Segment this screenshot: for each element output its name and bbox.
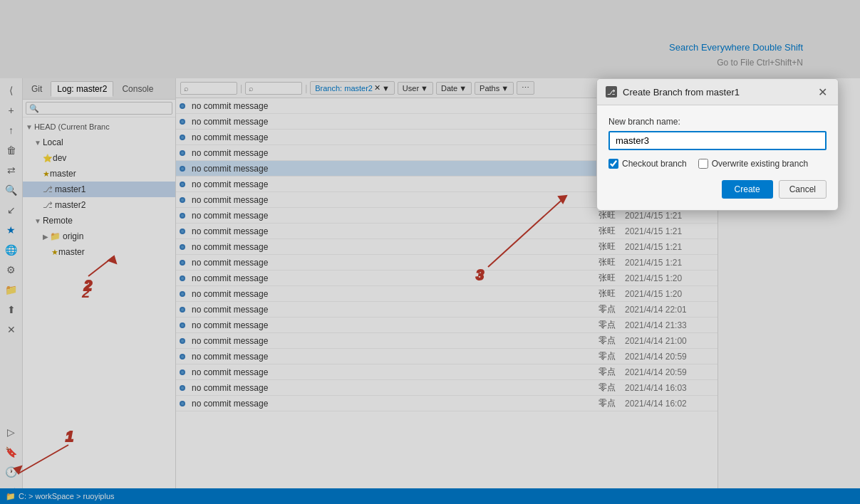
- create-branch-modal: ⎇ Create Branch from master1 ✕ New branc…: [596, 78, 839, 211]
- overwrite-label: Overwrite existing branch: [712, 159, 808, 169]
- overwrite-checkbox[interactable]: [698, 159, 708, 169]
- modal-title: Create Branch from master1: [623, 87, 809, 98]
- overwrite-option[interactable]: Overwrite existing branch: [698, 159, 808, 169]
- modal-body: New branch name: Checkout branch Overwri…: [597, 105, 838, 210]
- checkout-checkbox[interactable]: [608, 159, 618, 169]
- modal-label: New branch name:: [608, 117, 827, 127]
- branch-name-input[interactable]: [608, 131, 827, 150]
- modal-options: Checkout branch Overwrite existing branc…: [608, 159, 827, 169]
- modal-git-icon: ⎇: [606, 86, 617, 98]
- cancel-button[interactable]: Cancel: [779, 180, 827, 199]
- modal-header: ⎇ Create Branch from master1 ✕: [597, 79, 838, 105]
- checkout-option[interactable]: Checkout branch: [608, 159, 687, 169]
- create-button[interactable]: Create: [722, 180, 773, 199]
- checkout-label: Checkout branch: [622, 159, 687, 169]
- modal-close-button[interactable]: ✕: [815, 85, 829, 99]
- modal-footer: Create Cancel: [608, 180, 827, 199]
- modal-overlay: ⎇ Create Branch from master1 ✕ New branc…: [0, 0, 860, 504]
